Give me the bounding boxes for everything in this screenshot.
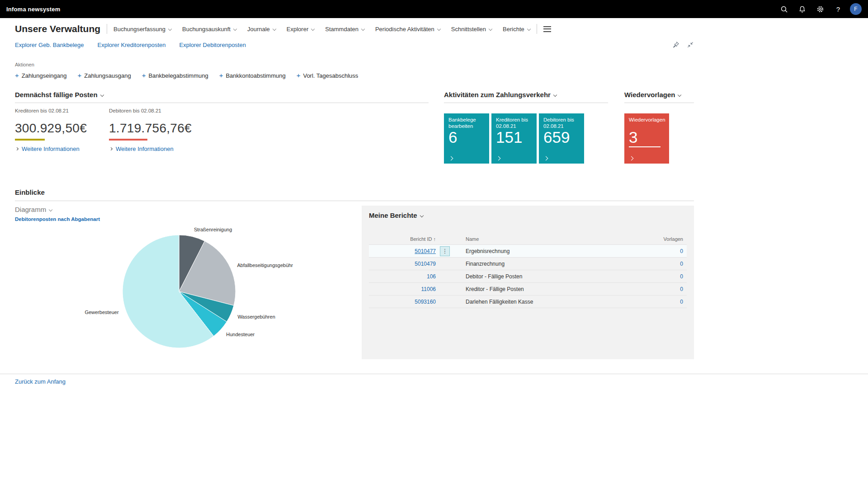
more-options-menu-icon[interactable]: [543, 26, 551, 32]
report-vorlagen[interactable]: 0: [651, 286, 687, 292]
report-vorlagen[interactable]: 0: [651, 248, 687, 254]
menu-stammdaten[interactable]: Stammdaten: [325, 26, 364, 33]
avatar-initial: F: [854, 6, 857, 12]
insights-body: Diagramm Debitorenposten nach Abgabenart…: [15, 206, 694, 361]
insights-heading: Einblicke: [15, 188, 694, 201]
topbar-actions: ? F: [775, 0, 862, 18]
tile-underbar: [629, 146, 660, 147]
top-app-bar: Infoma newsystem ? F: [0, 0, 868, 18]
help-icon[interactable]: ?: [829, 0, 847, 18]
tile-wiedervorlagen[interactable]: Wiedervorlagen 3: [624, 113, 669, 164]
menu-buchungserfassung[interactable]: Buchungserfassung: [113, 26, 171, 33]
user-avatar[interactable]: F: [850, 3, 862, 15]
payment-activities-heading[interactable]: Aktivitäten zum Zahlungsverkehr: [444, 91, 608, 103]
chevron-down-icon: [678, 93, 681, 97]
chevron-down-icon: [437, 27, 441, 30]
link-explorer-geb-bankbelege[interactable]: Explorer Geb. Bankbelege: [15, 42, 84, 48]
action-zahlungseingang[interactable]: +Zahlungseingang: [15, 71, 67, 79]
action-vorl-tagesabschluss[interactable]: +Vorl. Tagesabschluss: [297, 71, 359, 79]
link-explorer-kreditorenposten[interactable]: Explorer Kreditorenposten: [97, 42, 165, 48]
report-id-link[interactable]: 5010477: [369, 248, 436, 254]
tile-value: 151: [496, 128, 522, 146]
search-icon[interactable]: [775, 0, 793, 18]
column-header-vorlagen[interactable]: Vorlagen: [651, 236, 687, 242]
my-reports-heading[interactable]: Meine Berichte: [369, 211, 687, 219]
plus-icon: +: [219, 71, 223, 79]
more-info-link[interactable]: Weitere Informationen: [15, 145, 109, 152]
back-to-top-link[interactable]: Zurück zum Anfang: [15, 378, 66, 385]
table-row[interactable]: 5010479 Finanzrechnung 0: [369, 258, 687, 270]
table-row[interactable]: 5010477 ⋮ Ergebnisrechnung 0: [369, 245, 687, 258]
tile-value: 6: [448, 128, 457, 146]
report-vorlagen[interactable]: 0: [651, 261, 687, 267]
bell-icon[interactable]: [793, 0, 811, 18]
table-row[interactable]: 11006 Kreditor - Fällige Posten 0: [369, 283, 687, 296]
action-bankbelegabstimmung[interactable]: +Bankbelegabstimmung: [142, 71, 208, 79]
tile-label: Wiedervorlagen: [629, 117, 665, 123]
menu-explorer[interactable]: Explorer: [287, 26, 314, 33]
pie-chart-area: StraßenreinigungAbfallbeseitigungsgebühr…: [68, 227, 366, 365]
report-name: Finanzrechnung: [454, 261, 651, 267]
pie-slice-label: Straßenreinigung: [194, 227, 232, 232]
main-menubar: Buchungserfassung Buchungsauskunft Journ…: [113, 26, 530, 33]
cue-groups: Demnächst fällige Posten Kreditoren bis …: [15, 91, 694, 181]
report-name: Ergebnisrechnung: [454, 248, 651, 254]
pie-slice-label: Hundesteuer: [226, 332, 255, 337]
report-id-link[interactable]: 5010479: [369, 261, 436, 267]
pie-slice-label: Gewerbesteuer: [85, 310, 119, 315]
action-zahlungsausgang[interactable]: +Zahlungsausgang: [78, 71, 131, 79]
table-row[interactable]: 5093160 Darlehen Fälligkeiten Kasse 0: [369, 296, 687, 308]
more-info-link[interactable]: Weitere Informationen: [109, 145, 203, 152]
chevron-down-icon: [553, 93, 557, 97]
pie-chart: StraßenreinigungAbfallbeseitigungsgebühr…: [68, 227, 366, 363]
plus-icon: +: [142, 71, 146, 79]
tile-value: 3: [629, 128, 637, 146]
report-id-link[interactable]: 5093160: [369, 299, 436, 305]
tile-label: Kreditoren bis 02.08.21: [496, 117, 532, 129]
action-bankkontoabstimmung[interactable]: +Bankkontoabstimmung: [219, 71, 286, 79]
chevron-down-icon: [168, 27, 172, 30]
table-row[interactable]: 106 Debitor - Fällige Posten 0: [369, 270, 687, 283]
menu-schnittstellen[interactable]: Schnittstellen: [451, 26, 492, 33]
app-title[interactable]: Infoma newsystem: [6, 6, 61, 13]
tile-label: Debitoren bis 02.08.21: [543, 117, 580, 129]
due-label: Debitoren bis 02.08.21: [109, 108, 203, 113]
chevron-down-icon: [100, 93, 104, 97]
pin-icon[interactable]: [672, 41, 679, 48]
report-vorlagen[interactable]: 0: [651, 299, 687, 305]
actions-section: Aktionen +Zahlungseingang +Zahlungsausga…: [15, 62, 358, 79]
due-amount-debitoren[interactable]: 1.719.756,76€: [109, 121, 203, 136]
menu-periodische-aktivitaeten[interactable]: Periodische Aktivitäten: [375, 26, 440, 33]
link-explorer-debitorenposten[interactable]: Explorer Debitorenposten: [179, 42, 246, 48]
header-tools: [672, 41, 694, 48]
gear-icon[interactable]: [811, 0, 829, 18]
tile-bankbelege-bearbeiten[interactable]: Bankbelege bearbeiten 6: [444, 113, 489, 164]
chevron-down-icon: [311, 27, 315, 30]
menu-buchungsauskunft[interactable]: Buchungsauskunft: [182, 26, 236, 33]
due-posts-heading[interactable]: Demnächst fällige Posten: [15, 91, 429, 103]
chevron-down-icon: [420, 214, 423, 217]
column-header-bericht-id[interactable]: Bericht ID ↑: [369, 236, 436, 242]
collapse-icon[interactable]: [687, 41, 694, 48]
cue-tiles: Bankbelege bearbeiten 6 Kreditoren bis 0…: [444, 113, 608, 164]
tile-debitoren-bis[interactable]: Debitoren bis 02.08.21 659: [539, 113, 584, 164]
column-header-name[interactable]: Name: [454, 236, 651, 242]
report-name: Debitor - Fällige Posten: [454, 273, 651, 280]
amount-bar: [109, 139, 147, 141]
tile-value: 659: [543, 128, 570, 146]
due-amount-kreditoren[interactable]: 300.929,50€: [15, 121, 109, 136]
tile-kreditoren-bis[interactable]: Kreditoren bis 02.08.21 151: [491, 113, 537, 164]
menu-journale[interactable]: Journale: [247, 26, 276, 33]
actions-label: Aktionen: [15, 62, 358, 67]
report-name: Darlehen Fälligkeiten Kasse: [454, 299, 651, 305]
menu-berichte[interactable]: Berichte: [503, 26, 530, 33]
footer-divider: [0, 374, 868, 374]
report-vorlagen[interactable]: 0: [651, 273, 687, 280]
report-id-link[interactable]: 106: [369, 273, 436, 280]
report-id-link[interactable]: 11006: [369, 286, 436, 292]
reminders-heading[interactable]: Wiedervorlagen: [624, 91, 694, 103]
plus-icon: +: [297, 71, 301, 79]
report-name: Kreditor - Fällige Posten: [454, 286, 651, 292]
page-title: Unsere Verwaltung: [15, 23, 100, 34]
row-ellipsis-menu-icon[interactable]: ⋮: [440, 246, 450, 256]
